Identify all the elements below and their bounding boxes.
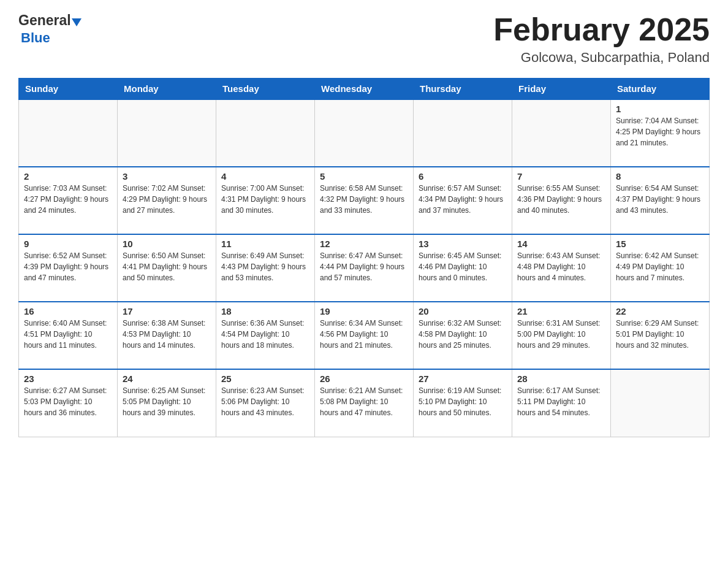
day-number: 3 <box>123 171 211 182</box>
calendar-cell: 3Sunrise: 7:02 AM Sunset: 4:29 PM Daylig… <box>118 167 216 234</box>
logo: General Blue <box>18 12 82 46</box>
calendar-cell: 6Sunrise: 6:57 AM Sunset: 4:34 PM Daylig… <box>414 167 512 234</box>
calendar-cell <box>512 99 611 167</box>
calendar-cell: 1Sunrise: 7:04 AM Sunset: 4:25 PM Daylig… <box>611 99 710 167</box>
day-number: 1 <box>616 104 704 114</box>
calendar-week-row: 2Sunrise: 7:03 AM Sunset: 4:27 PM Daylig… <box>19 167 710 234</box>
weekday-header-wednesday: Wednesday <box>315 79 414 100</box>
calendar-cell: 15Sunrise: 6:42 AM Sunset: 4:49 PM Dayli… <box>611 234 710 302</box>
logo-arrow-icon <box>72 18 82 26</box>
calendar-cell: 24Sunrise: 6:25 AM Sunset: 5:05 PM Dayli… <box>118 369 216 437</box>
calendar-week-row: 16Sunrise: 6:40 AM Sunset: 4:51 PM Dayli… <box>19 302 710 369</box>
calendar-cell: 22Sunrise: 6:29 AM Sunset: 5:01 PM Dayli… <box>611 302 710 369</box>
page-header: General Blue February 2025 Golcowa, Subc… <box>18 12 710 66</box>
day-info: Sunrise: 6:45 AM Sunset: 4:46 PM Dayligh… <box>419 250 507 283</box>
logo-general-text: General <box>18 12 71 29</box>
calendar-week-row: 1Sunrise: 7:04 AM Sunset: 4:25 PM Daylig… <box>19 99 710 167</box>
weekday-header-thursday: Thursday <box>414 79 512 100</box>
calendar-header-row: SundayMondayTuesdayWednesdayThursdayFrid… <box>19 79 710 100</box>
calendar-cell: 21Sunrise: 6:31 AM Sunset: 5:00 PM Dayli… <box>512 302 611 369</box>
calendar-table: SundayMondayTuesdayWednesdayThursdayFrid… <box>18 78 710 437</box>
day-number: 26 <box>320 373 408 384</box>
calendar-cell: 28Sunrise: 6:17 AM Sunset: 5:11 PM Dayli… <box>512 369 611 437</box>
day-info: Sunrise: 6:57 AM Sunset: 4:34 PM Dayligh… <box>419 183 507 216</box>
day-number: 15 <box>616 239 704 249</box>
weekday-header-friday: Friday <box>512 79 611 100</box>
calendar-cell: 10Sunrise: 6:50 AM Sunset: 4:41 PM Dayli… <box>118 234 216 302</box>
day-info: Sunrise: 6:47 AM Sunset: 4:44 PM Dayligh… <box>320 250 408 283</box>
day-info: Sunrise: 6:40 AM Sunset: 4:51 PM Dayligh… <box>24 318 112 351</box>
day-info: Sunrise: 6:27 AM Sunset: 5:03 PM Dayligh… <box>24 385 112 418</box>
page-subtitle: Golcowa, Subcarpathia, Poland <box>493 50 710 66</box>
calendar-cell: 25Sunrise: 6:23 AM Sunset: 5:06 PM Dayli… <box>216 369 315 437</box>
calendar-cell: 23Sunrise: 6:27 AM Sunset: 5:03 PM Dayli… <box>19 369 118 437</box>
calendar-cell: 14Sunrise: 6:43 AM Sunset: 4:48 PM Dayli… <box>512 234 611 302</box>
calendar-cell: 17Sunrise: 6:38 AM Sunset: 4:53 PM Dayli… <box>118 302 216 369</box>
day-number: 13 <box>419 239 507 249</box>
day-number: 24 <box>123 373 211 384</box>
day-number: 28 <box>517 373 605 384</box>
day-info: Sunrise: 6:32 AM Sunset: 4:58 PM Dayligh… <box>419 318 507 351</box>
day-number: 9 <box>24 239 112 249</box>
day-number: 7 <box>517 171 605 182</box>
day-info: Sunrise: 6:36 AM Sunset: 4:54 PM Dayligh… <box>221 318 309 351</box>
day-info: Sunrise: 6:43 AM Sunset: 4:48 PM Dayligh… <box>517 250 605 283</box>
calendar-cell: 12Sunrise: 6:47 AM Sunset: 4:44 PM Dayli… <box>315 234 414 302</box>
day-number: 4 <box>221 171 309 182</box>
day-info: Sunrise: 6:58 AM Sunset: 4:32 PM Dayligh… <box>320 183 408 216</box>
day-number: 10 <box>123 239 211 249</box>
day-number: 14 <box>517 239 605 249</box>
calendar-cell: 2Sunrise: 7:03 AM Sunset: 4:27 PM Daylig… <box>19 167 118 234</box>
weekday-header-tuesday: Tuesday <box>216 79 315 100</box>
calendar-cell: 5Sunrise: 6:58 AM Sunset: 4:32 PM Daylig… <box>315 167 414 234</box>
day-number: 20 <box>419 306 507 316</box>
calendar-cell: 20Sunrise: 6:32 AM Sunset: 4:58 PM Dayli… <box>414 302 512 369</box>
day-info: Sunrise: 6:49 AM Sunset: 4:43 PM Dayligh… <box>221 250 309 283</box>
day-info: Sunrise: 7:00 AM Sunset: 4:31 PM Dayligh… <box>221 183 309 216</box>
day-number: 21 <box>517 306 605 316</box>
day-number: 5 <box>320 171 408 182</box>
day-info: Sunrise: 6:50 AM Sunset: 4:41 PM Dayligh… <box>123 250 211 283</box>
day-number: 25 <box>221 373 309 384</box>
day-info: Sunrise: 6:21 AM Sunset: 5:08 PM Dayligh… <box>320 385 408 418</box>
calendar-cell: 13Sunrise: 6:45 AM Sunset: 4:46 PM Dayli… <box>414 234 512 302</box>
day-number: 23 <box>24 373 112 384</box>
day-number: 16 <box>24 306 112 316</box>
day-info: Sunrise: 6:34 AM Sunset: 4:56 PM Dayligh… <box>320 318 408 351</box>
calendar-cell: 9Sunrise: 6:52 AM Sunset: 4:39 PM Daylig… <box>19 234 118 302</box>
calendar-cell <box>611 369 710 437</box>
calendar-cell <box>315 99 414 167</box>
calendar-cell: 11Sunrise: 6:49 AM Sunset: 4:43 PM Dayli… <box>216 234 315 302</box>
calendar-cell <box>216 99 315 167</box>
calendar-cell: 27Sunrise: 6:19 AM Sunset: 5:10 PM Dayli… <box>414 369 512 437</box>
title-block: February 2025 Golcowa, Subcarpathia, Pol… <box>493 12 710 66</box>
day-number: 18 <box>221 306 309 316</box>
calendar-cell: 26Sunrise: 6:21 AM Sunset: 5:08 PM Dayli… <box>315 369 414 437</box>
calendar-cell: 8Sunrise: 6:54 AM Sunset: 4:37 PM Daylig… <box>611 167 710 234</box>
day-info: Sunrise: 6:17 AM Sunset: 5:11 PM Dayligh… <box>517 385 605 418</box>
day-info: Sunrise: 6:54 AM Sunset: 4:37 PM Dayligh… <box>616 183 704 216</box>
day-number: 11 <box>221 239 309 249</box>
weekday-header-monday: Monday <box>118 79 216 100</box>
day-info: Sunrise: 7:02 AM Sunset: 4:29 PM Dayligh… <box>123 183 211 216</box>
day-number: 6 <box>419 171 507 182</box>
calendar-cell: 7Sunrise: 6:55 AM Sunset: 4:36 PM Daylig… <box>512 167 611 234</box>
day-number: 27 <box>419 373 507 384</box>
weekday-header-sunday: Sunday <box>19 79 118 100</box>
day-info: Sunrise: 6:52 AM Sunset: 4:39 PM Dayligh… <box>24 250 112 283</box>
day-info: Sunrise: 6:38 AM Sunset: 4:53 PM Dayligh… <box>123 318 211 351</box>
day-number: 17 <box>123 306 211 316</box>
day-number: 12 <box>320 239 408 249</box>
calendar-cell: 4Sunrise: 7:00 AM Sunset: 4:31 PM Daylig… <box>216 167 315 234</box>
day-info: Sunrise: 6:25 AM Sunset: 5:05 PM Dayligh… <box>123 385 211 418</box>
day-number: 22 <box>616 306 704 316</box>
weekday-header-saturday: Saturday <box>611 79 710 100</box>
day-info: Sunrise: 7:03 AM Sunset: 4:27 PM Dayligh… <box>24 183 112 216</box>
page-title: February 2025 <box>493 12 710 47</box>
calendar-week-row: 23Sunrise: 6:27 AM Sunset: 5:03 PM Dayli… <box>19 369 710 437</box>
logo-blue-text: Blue <box>18 30 50 46</box>
day-number: 2 <box>24 171 112 182</box>
day-info: Sunrise: 7:04 AM Sunset: 4:25 PM Dayligh… <box>616 115 704 148</box>
day-info: Sunrise: 6:31 AM Sunset: 5:00 PM Dayligh… <box>517 318 605 351</box>
calendar-cell <box>19 99 118 167</box>
